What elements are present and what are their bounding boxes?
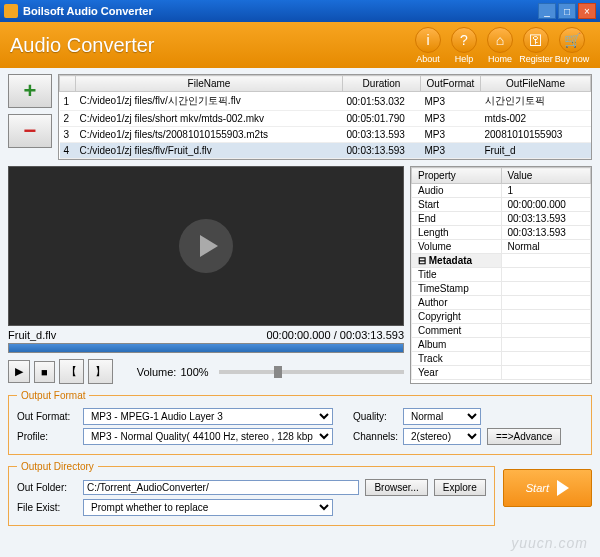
seek-bar[interactable] xyxy=(8,343,404,353)
stop-button[interactable]: ■ xyxy=(34,361,55,383)
header: Audio Converter iAbout?Help⌂Home⚿Registe… xyxy=(0,22,600,68)
volume-label: Volume: xyxy=(137,366,177,378)
properties-panel: Property Value Audio1 Start00:00:00.000 … xyxy=(410,166,592,384)
volume-value: 100% xyxy=(180,366,208,378)
output-format-legend: Output Format xyxy=(17,390,89,401)
header-home-button[interactable]: ⌂Home xyxy=(482,27,518,64)
outformat-label: Out Format: xyxy=(17,411,77,422)
start-button[interactable]: Start xyxy=(503,469,592,507)
preview-time: 00:00:00.000 / 00:03:13.593 xyxy=(266,329,404,341)
property-row: Track xyxy=(412,352,591,366)
col-filename: FileName xyxy=(76,76,343,92)
watermark: yuucn.com xyxy=(511,535,588,551)
output-directory-group: Output Directory Out Folder: Browser... … xyxy=(8,461,495,526)
file-row[interactable]: 4C:/video1/zj files/flv/Fruit_d.flv00:03… xyxy=(60,143,591,159)
quality-select[interactable]: Normal xyxy=(403,408,481,425)
file-list[interactable]: FileName Duration OutFormat OutFileName … xyxy=(58,74,592,160)
property-row: Length00:03:13.593 xyxy=(412,226,591,240)
header-register-button[interactable]: ⚿Register xyxy=(518,27,554,64)
remove-file-button[interactable]: − xyxy=(8,114,52,148)
file-row[interactable]: 3C:/video1/zj files/ts/20081010155903.m2… xyxy=(60,127,591,143)
outfolder-label: Out Folder: xyxy=(17,482,77,493)
preview-filename: Fruit_d.flv xyxy=(8,329,56,341)
header-help-button[interactable]: ?Help xyxy=(446,27,482,64)
col-outformat: OutFormat xyxy=(421,76,481,92)
play-overlay-icon[interactable] xyxy=(179,219,233,273)
output-directory-legend: Output Directory xyxy=(17,461,98,472)
channels-label: Channels: xyxy=(353,431,397,442)
play-button[interactable]: ▶ xyxy=(8,360,30,383)
mark-in-button[interactable]: 【 xyxy=(59,359,84,384)
add-file-button[interactable]: + xyxy=(8,74,52,108)
property-row: ⊟ Metadata xyxy=(412,254,591,268)
col-outfilename: OutFileName xyxy=(481,76,591,92)
titlebar: Boilsoft Audio Converter _ □ × xyxy=(0,0,600,22)
app-icon xyxy=(4,4,18,18)
property-row: Author xyxy=(412,296,591,310)
col-value: Value xyxy=(501,168,591,184)
file-row[interactable]: 2C:/video1/zj files/short mkv/mtds-002.m… xyxy=(60,111,591,127)
profile-label: Profile: xyxy=(17,431,77,442)
col-property: Property xyxy=(412,168,502,184)
quality-label: Quality: xyxy=(353,411,397,422)
property-row: Copyright xyxy=(412,310,591,324)
col-duration: Duration xyxy=(343,76,421,92)
property-row: VolumeNormal xyxy=(412,240,591,254)
profile-select[interactable]: MP3 - Normal Quality( 44100 Hz, stereo ,… xyxy=(83,428,333,445)
fileexist-select[interactable]: Prompt whether to replace xyxy=(83,499,333,516)
property-row: TimeStamp xyxy=(412,282,591,296)
property-row: End00:03:13.593 xyxy=(412,212,591,226)
property-row: Year xyxy=(412,366,591,380)
explore-button[interactable]: Explore xyxy=(434,479,486,496)
header-about-button[interactable]: iAbout xyxy=(410,27,446,64)
output-format-group: Output Format Out Format: MP3 - MPEG-1 A… xyxy=(8,390,592,455)
mark-out-button[interactable]: 】 xyxy=(88,359,113,384)
property-row: Album xyxy=(412,338,591,352)
header-buy-now-button[interactable]: 🛒Buy now xyxy=(554,27,590,64)
maximize-button[interactable]: □ xyxy=(558,3,576,19)
app-title: Audio Converter xyxy=(10,34,410,57)
property-row: Comment xyxy=(412,324,591,338)
channels-select[interactable]: 2(stereo) xyxy=(403,428,481,445)
col-num xyxy=(60,76,76,92)
property-row: Start00:00:00.000 xyxy=(412,198,591,212)
property-row: Title xyxy=(412,268,591,282)
video-preview[interactable] xyxy=(8,166,404,326)
preview-panel: Fruit_d.flv 00:00:00.000 / 00:03:13.593 … xyxy=(8,166,404,384)
close-button[interactable]: × xyxy=(578,3,596,19)
outformat-select[interactable]: MP3 - MPEG-1 Audio Layer 3 xyxy=(83,408,333,425)
fileexist-label: File Exist: xyxy=(17,502,77,513)
browse-button[interactable]: Browser... xyxy=(365,479,427,496)
volume-slider[interactable] xyxy=(219,370,404,374)
window-title: Boilsoft Audio Converter xyxy=(23,5,536,17)
file-row[interactable]: 1C:/video1/zj files/flv/시간인기토픽.flv00:01:… xyxy=(60,92,591,111)
advance-button[interactable]: ==>Advance xyxy=(487,428,561,445)
outfolder-input[interactable] xyxy=(83,480,359,495)
minimize-button[interactable]: _ xyxy=(538,3,556,19)
property-row: Audio1 xyxy=(412,184,591,198)
